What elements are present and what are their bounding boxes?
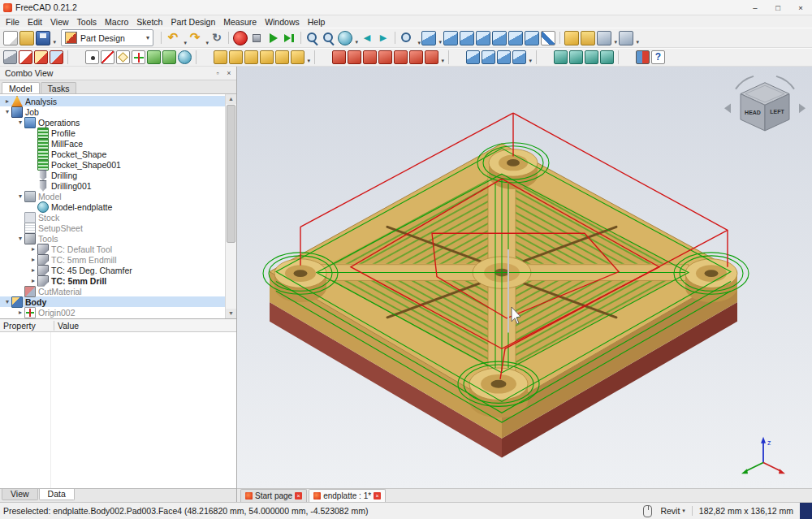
macro-stop-button[interactable] <box>249 31 264 45</box>
chamfer-button[interactable] <box>569 50 583 64</box>
tree-item[interactable]: ▸ TC: 5mm Endmill <box>0 254 226 265</box>
macro-play-button[interactable] <box>266 31 280 45</box>
menu-item[interactable]: File <box>2 17 24 27</box>
create-plane-button[interactable] <box>116 50 130 64</box>
fit-selection-button[interactable] <box>322 31 336 45</box>
3d-scene[interactable]: HEAD LEFT z <box>237 67 812 488</box>
edit-sketch-button[interactable] <box>34 50 48 64</box>
polar-pattern-button[interactable] <box>497 50 511 64</box>
nav-back-button[interactable] <box>360 31 374 45</box>
expand-arrow-icon[interactable]: ▸ <box>29 256 37 263</box>
front-view-button[interactable] <box>443 31 458 45</box>
multitransform-button[interactable] <box>512 50 526 64</box>
close-panel-icon[interactable]: × <box>223 69 235 77</box>
measure-button[interactable] <box>541 31 555 45</box>
create-group-button[interactable] <box>581 31 595 45</box>
tree-item[interactable]: ▸ TC: 45 Deg. Chamfer <box>0 265 226 275</box>
tree-item[interactable]: Model-endplatte <box>0 201 226 212</box>
tree-item[interactable]: Pocket_Shape001 <box>0 159 226 170</box>
expand-arrow-icon[interactable]: ▾ <box>16 192 24 200</box>
tree-item[interactable]: ▾ Model <box>0 191 226 201</box>
additive-helix-button[interactable] <box>275 50 289 64</box>
undo-button[interactable] <box>166 31 180 45</box>
tab-view[interactable]: View <box>2 489 38 500</box>
menu-item[interactable]: Windows <box>261 17 304 27</box>
nav-style-selector[interactable]: Revit ▾ <box>655 506 689 516</box>
tab-tasks[interactable]: Tasks <box>41 82 77 93</box>
macro-step-button[interactable] <box>282 31 296 45</box>
subtractive-primitives-button[interactable] <box>425 50 438 64</box>
expand-arrow-icon[interactable]: ▾ <box>3 108 11 115</box>
new-file-button[interactable] <box>3 31 18 45</box>
tree-item[interactable]: ▸ Analysis <box>0 96 226 106</box>
subtractive-loft-button[interactable] <box>378 50 392 64</box>
fit-all-button[interactable] <box>305 31 320 45</box>
tree-item[interactable]: Stock <box>0 212 226 223</box>
draft-button[interactable] <box>585 50 598 64</box>
create-shapebinder-button[interactable] <box>147 50 161 64</box>
refresh-button[interactable] <box>209 31 224 45</box>
boolean-operation-button[interactable] <box>636 50 650 64</box>
create-local-cs-button[interactable] <box>132 50 145 64</box>
menu-item[interactable]: Part Design <box>166 17 219 27</box>
expand-arrow-icon[interactable]: ▸ <box>16 309 24 316</box>
tab-model[interactable]: Model <box>2 82 40 93</box>
tree-item[interactable]: Drilling001 <box>0 180 226 191</box>
map-sketch-button[interactable] <box>50 50 63 64</box>
linear-pattern-button[interactable] <box>482 50 495 64</box>
fillet-button[interactable] <box>554 50 568 64</box>
tab-start-page[interactable]: Start page × <box>240 489 307 502</box>
expand-arrow-icon[interactable]: ▾ <box>16 235 24 242</box>
additive-pipe-button[interactable] <box>260 50 274 64</box>
top-view-button[interactable] <box>460 31 474 45</box>
create-line-button[interactable] <box>101 50 114 64</box>
workbench-selector[interactable]: Part Design ▾ <box>61 29 153 46</box>
subtractive-pipe-button[interactable] <box>394 50 408 64</box>
hole-button[interactable] <box>348 50 361 64</box>
minimize-button[interactable]: – <box>744 1 767 15</box>
tab-data[interactable]: Data <box>39 489 75 500</box>
whats-this-button[interactable] <box>651 50 665 64</box>
draw-style-button[interactable] <box>338 31 352 45</box>
menu-item[interactable]: Macro <box>101 17 132 27</box>
menu-item[interactable]: Measure <box>219 17 261 27</box>
mirrored-button[interactable] <box>466 50 480 64</box>
scrollbar-thumb[interactable] <box>227 105 235 243</box>
tree-item[interactable]: ▸ TC: 5mm Drill <box>0 275 226 286</box>
additive-loft-button[interactable] <box>244 50 258 64</box>
make-link-button[interactable] <box>597 31 611 45</box>
expand-arrow-icon[interactable]: ▸ <box>29 266 37 274</box>
expand-arrow-icon[interactable]: ▸ <box>29 277 37 284</box>
menu-item[interactable]: View <box>46 17 73 27</box>
tree-item[interactable]: Drilling <box>0 170 226 180</box>
tree-item[interactable]: MillFace <box>0 138 226 149</box>
tree-scrollbar[interactable]: ▲ ▼ <box>225 94 236 318</box>
menu-item[interactable]: Tools <box>73 17 102 27</box>
left-view-button[interactable] <box>525 31 539 45</box>
3d-viewport[interactable]: HEAD LEFT z <box>237 67 812 488</box>
close-tab-icon[interactable]: × <box>295 492 302 500</box>
subtractive-helix-button[interactable] <box>409 50 423 64</box>
tab-endplatte[interactable]: endplatte : 1* × <box>309 489 386 502</box>
save-button[interactable] <box>36 31 50 45</box>
create-part-button[interactable] <box>564 31 579 45</box>
create-point-button[interactable] <box>85 50 99 64</box>
tree-item[interactable]: ▸ Origin002 <box>0 307 226 318</box>
pocket-button[interactable] <box>332 50 346 64</box>
property-table-body[interactable] <box>0 332 236 488</box>
scroll-up-icon[interactable]: ▲ <box>226 94 236 104</box>
tree-item[interactable]: ▾ Operations <box>0 117 226 128</box>
link-actions-button[interactable] <box>619 31 633 45</box>
nav-forward-button[interactable] <box>376 31 391 45</box>
rear-view-button[interactable] <box>492 31 507 45</box>
tree-item[interactable]: ▾ Job <box>0 106 226 117</box>
tree-item[interactable]: Pocket_Shape <box>0 149 226 159</box>
expand-arrow-icon[interactable]: ▾ <box>3 298 11 305</box>
tree-item[interactable]: ▾ Body <box>0 296 226 307</box>
right-view-button[interactable] <box>476 31 490 45</box>
maximize-button[interactable]: □ <box>767 1 789 15</box>
menu-item[interactable]: Edit <box>24 17 46 27</box>
close-button[interactable]: × <box>789 1 812 15</box>
tree-item[interactable]: ▾ Tools <box>0 233 226 244</box>
create-subshapebinder-button[interactable] <box>162 50 176 64</box>
